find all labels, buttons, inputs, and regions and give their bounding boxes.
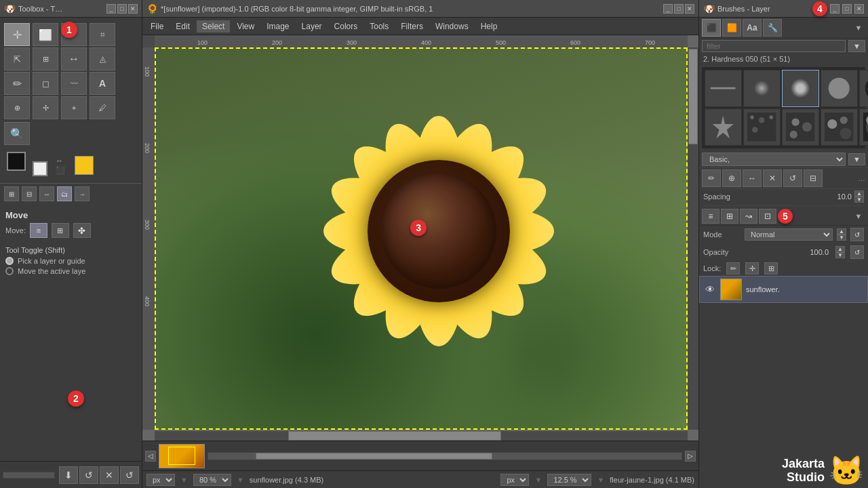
brush-tool-copy[interactable]: ⊕ bbox=[722, 169, 741, 187]
mode-reset-btn[interactable]: ↺ bbox=[850, 228, 864, 241]
nav-unit-select[interactable]: px bbox=[500, 474, 529, 486]
brushes-panel-arrow[interactable]: ▼ bbox=[852, 21, 865, 35]
reset-colors-btn[interactable]: ⬛ bbox=[56, 166, 65, 175]
layers-tab-icon-4[interactable]: ⊡ bbox=[759, 209, 776, 224]
opacity-reset-btn[interactable]: ↺ bbox=[850, 245, 864, 259]
mode-down-btn[interactable]: ▼ bbox=[837, 235, 846, 241]
brush-thumb-hard-lg[interactable] bbox=[859, 70, 868, 107]
footer-btn-4[interactable]: ↺ bbox=[120, 466, 139, 484]
scrollbar-v[interactable] bbox=[688, 47, 698, 430]
tool-clone[interactable]: ⊕ bbox=[4, 96, 30, 119]
menu-select[interactable]: Select bbox=[197, 20, 230, 33]
spacing-spinner[interactable]: ▲ ▼ bbox=[854, 190, 864, 203]
mode-select[interactable]: Normal bbox=[745, 228, 833, 241]
brush-thumb-star[interactable] bbox=[705, 108, 742, 146]
tool-crop[interactable]: ⌗ bbox=[90, 23, 115, 46]
brush-preset-select[interactable]: Basic, bbox=[702, 152, 846, 166]
radio-move-active[interactable] bbox=[5, 267, 14, 275]
nav-scrollbar[interactable] bbox=[208, 452, 682, 460]
footer-btn-2[interactable]: ↺ bbox=[79, 466, 98, 484]
unit-select[interactable]: px bbox=[146, 474, 175, 486]
main-maximize-btn[interactable]: □ bbox=[674, 4, 684, 14]
menu-view[interactable]: View bbox=[231, 20, 260, 33]
brush-thumb-soft-sm[interactable] bbox=[743, 70, 781, 107]
menu-help[interactable]: Help bbox=[475, 20, 503, 33]
foreground-color[interactable] bbox=[7, 152, 26, 171]
brush-icon-gradient[interactable]: 🟧 bbox=[722, 19, 741, 37]
menu-image[interactable]: Image bbox=[261, 20, 294, 33]
move-icon-2[interactable]: ⊞ bbox=[52, 223, 69, 238]
move-icon-1[interactable]: ≡ bbox=[30, 223, 47, 238]
zoom-select[interactable]: 80 % bbox=[193, 474, 231, 486]
menu-edit[interactable]: Edit bbox=[170, 20, 195, 33]
brushes-maximize-btn[interactable]: □ bbox=[842, 4, 852, 14]
opacity-spinner[interactable]: ▲ ▼ bbox=[835, 246, 845, 258]
layers-panel-arrow[interactable]: ▼ bbox=[852, 209, 865, 223]
brush-tool-delete[interactable]: ✕ bbox=[763, 169, 782, 187]
tool-color-pick[interactable]: 🖊 bbox=[90, 96, 115, 119]
layers-tab-icon-3[interactable]: ↝ bbox=[740, 209, 757, 224]
mode-spinner[interactable]: ▲ ▼ bbox=[837, 228, 846, 241]
tool-pencil[interactable]: ✏ bbox=[4, 72, 30, 95]
view-btn-5[interactable]: → bbox=[75, 186, 90, 201]
radio-pick-layer[interactable] bbox=[5, 257, 14, 265]
tool-paths[interactable]: ⌖ bbox=[61, 96, 87, 119]
layer-row[interactable]: 👁 sunflower. bbox=[699, 276, 868, 303]
brushes-minimize-btn[interactable]: _ bbox=[830, 4, 840, 14]
brush-icon-tool[interactable]: 🔧 bbox=[763, 19, 782, 37]
scrollbar-h[interactable] bbox=[155, 431, 688, 441]
mode-up-btn[interactable]: ▲ bbox=[837, 228, 846, 235]
layers-tab-icon-2[interactable]: ⊞ bbox=[721, 209, 738, 224]
nav-btn-left[interactable]: ◁ bbox=[145, 451, 156, 462]
nav-zoom-select[interactable]: 12.5 % bbox=[547, 474, 591, 486]
brush-icon-font[interactable]: Aa bbox=[743, 19, 762, 37]
opacity-up-btn[interactable]: ▲ bbox=[835, 246, 845, 252]
layer-visibility-btn[interactable]: 👁 bbox=[704, 283, 716, 296]
tool-smudge[interactable]: 〰 bbox=[61, 72, 87, 95]
main-minimize-btn[interactable]: _ bbox=[663, 4, 673, 14]
spacing-up-btn[interactable]: ▲ bbox=[854, 190, 864, 197]
footer-btn-3[interactable]: ✕ bbox=[100, 466, 119, 484]
tool-rect-select[interactable]: ⬜ bbox=[33, 23, 58, 46]
brush-tool-flip[interactable]: ↔ bbox=[743, 169, 762, 187]
tool-move[interactable]: ✛ bbox=[4, 23, 30, 46]
background-color[interactable] bbox=[33, 161, 47, 176]
menu-windows[interactable]: Windows bbox=[430, 20, 474, 33]
filter-dropdown-btn[interactable]: ▼ bbox=[848, 40, 865, 52]
main-close-btn[interactable]: ✕ bbox=[685, 4, 694, 14]
brushes-close-btn[interactable]: ✕ bbox=[854, 4, 864, 14]
brush-thumb-texture2[interactable] bbox=[782, 108, 819, 146]
tool-align[interactable]: ⊞ bbox=[33, 47, 58, 70]
toolbox-minimize-btn[interactable]: _ bbox=[106, 4, 116, 14]
brush-thumb-line[interactable] bbox=[705, 70, 742, 107]
brush-tool-edit[interactable]: ✏ bbox=[702, 169, 721, 187]
toolbox-close-btn[interactable]: ✕ bbox=[128, 4, 138, 14]
brush-tool-save[interactable]: ⊟ bbox=[804, 169, 823, 187]
menu-colors[interactable]: Colors bbox=[329, 20, 363, 33]
brush-thumb-texture1[interactable] bbox=[743, 108, 781, 146]
scrollbar-h-thumb[interactable] bbox=[288, 431, 501, 441]
menu-tools[interactable]: Tools bbox=[364, 20, 394, 33]
scrollbar-v-thumb[interactable] bbox=[688, 49, 698, 144]
view-btn-4[interactable]: 🗂 bbox=[57, 186, 72, 201]
nav-scrollbar-thumb[interactable] bbox=[256, 453, 492, 460]
menu-filters[interactable]: Filters bbox=[395, 20, 429, 33]
tool-heal[interactable]: ✢ bbox=[33, 96, 58, 119]
menu-file[interactable]: File bbox=[145, 20, 169, 33]
view-btn-1[interactable]: ⊞ bbox=[4, 186, 19, 201]
lock-position-btn[interactable]: ✛ bbox=[745, 262, 759, 274]
spacing-down-btn[interactable]: ▼ bbox=[854, 197, 864, 203]
tool-magnify[interactable]: 🔍 bbox=[4, 122, 30, 145]
tool-bucket[interactable]: ◬ bbox=[90, 47, 115, 70]
lock-alpha-btn[interactable]: ⊞ bbox=[764, 262, 778, 274]
tool-transform[interactable]: ⇱ bbox=[4, 47, 30, 70]
brush-thumb-hardness050[interactable] bbox=[782, 70, 819, 107]
brush-icon-pattern[interactable]: ⬛ bbox=[702, 19, 721, 37]
brush-thumb-texture3[interactable] bbox=[821, 108, 858, 146]
move-icon-3[interactable]: ✤ bbox=[73, 223, 91, 238]
view-btn-2[interactable]: ⊟ bbox=[22, 186, 37, 201]
swap-colors-btn[interactable]: ↔ bbox=[56, 157, 65, 165]
brush-thumb-hard-md[interactable] bbox=[821, 70, 858, 107]
brush-filter-input[interactable] bbox=[702, 40, 846, 52]
tool-flip[interactable]: ↔ bbox=[61, 47, 87, 70]
